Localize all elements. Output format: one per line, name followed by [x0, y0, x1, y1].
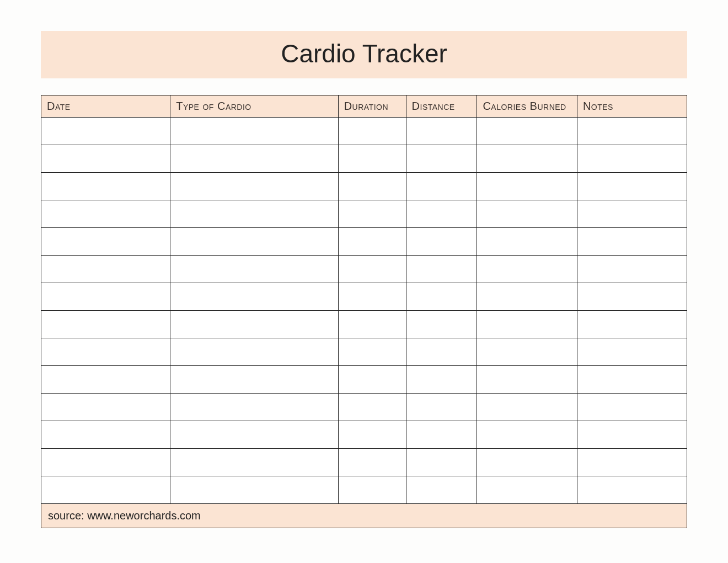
table-body	[41, 118, 687, 504]
cell-calories[interactable]	[477, 476, 577, 504]
cell-notes[interactable]	[577, 311, 687, 338]
cell-date[interactable]	[41, 476, 170, 504]
cell-date[interactable]	[41, 256, 170, 283]
page-title: Cardio Tracker	[41, 39, 687, 68]
cell-duration[interactable]	[338, 228, 406, 256]
cell-duration[interactable]	[338, 311, 406, 338]
cell-duration[interactable]	[338, 421, 406, 449]
cell-type[interactable]	[170, 394, 338, 421]
cell-notes[interactable]	[577, 449, 687, 476]
cell-calories[interactable]	[477, 200, 577, 228]
cell-date[interactable]	[41, 200, 170, 228]
cell-notes[interactable]	[577, 200, 687, 228]
cell-duration[interactable]	[338, 283, 406, 311]
table-row	[41, 118, 687, 145]
cell-distance[interactable]	[406, 311, 477, 338]
cell-distance[interactable]	[406, 449, 477, 476]
cell-date[interactable]	[41, 173, 170, 200]
cell-distance[interactable]	[406, 421, 477, 449]
cell-type[interactable]	[170, 228, 338, 256]
cell-duration[interactable]	[338, 338, 406, 366]
cell-notes[interactable]	[577, 173, 687, 200]
cell-notes[interactable]	[577, 338, 687, 366]
cell-duration[interactable]	[338, 394, 406, 421]
cell-distance[interactable]	[406, 118, 477, 145]
cell-calories[interactable]	[477, 256, 577, 283]
cell-date[interactable]	[41, 449, 170, 476]
cell-duration[interactable]	[338, 145, 406, 173]
cell-distance[interactable]	[406, 200, 477, 228]
cell-distance[interactable]	[406, 394, 477, 421]
col-header-date: Date	[41, 95, 170, 118]
cell-calories[interactable]	[477, 338, 577, 366]
cell-calories[interactable]	[477, 394, 577, 421]
cell-type[interactable]	[170, 200, 338, 228]
cell-type[interactable]	[170, 283, 338, 311]
table-row	[41, 338, 687, 366]
cell-calories[interactable]	[477, 449, 577, 476]
cell-distance[interactable]	[406, 366, 477, 394]
cell-date[interactable]	[41, 118, 170, 145]
cell-notes[interactable]	[577, 118, 687, 145]
cell-distance[interactable]	[406, 145, 477, 173]
cell-notes[interactable]	[577, 228, 687, 256]
cell-calories[interactable]	[477, 366, 577, 394]
cell-calories[interactable]	[477, 311, 577, 338]
cell-duration[interactable]	[338, 200, 406, 228]
cell-notes[interactable]	[577, 145, 687, 173]
title-bar: Cardio Tracker	[41, 31, 687, 78]
cell-date[interactable]	[41, 145, 170, 173]
cell-type[interactable]	[170, 449, 338, 476]
cell-type[interactable]	[170, 421, 338, 449]
cell-type[interactable]	[170, 476, 338, 504]
cell-type[interactable]	[170, 338, 338, 366]
cell-calories[interactable]	[477, 228, 577, 256]
table-row	[41, 145, 687, 173]
cell-date[interactable]	[41, 394, 170, 421]
table-row	[41, 449, 687, 476]
cell-distance[interactable]	[406, 338, 477, 366]
cell-calories[interactable]	[477, 118, 577, 145]
cell-calories[interactable]	[477, 145, 577, 173]
table-row	[41, 311, 687, 338]
cell-duration[interactable]	[338, 118, 406, 145]
cell-notes[interactable]	[577, 394, 687, 421]
cell-distance[interactable]	[406, 228, 477, 256]
cell-calories[interactable]	[477, 421, 577, 449]
cell-type[interactable]	[170, 366, 338, 394]
cell-calories[interactable]	[477, 173, 577, 200]
table-row	[41, 366, 687, 394]
cell-notes[interactable]	[577, 283, 687, 311]
cell-distance[interactable]	[406, 256, 477, 283]
cell-type[interactable]	[170, 118, 338, 145]
cell-distance[interactable]	[406, 476, 477, 504]
cell-duration[interactable]	[338, 256, 406, 283]
cell-date[interactable]	[41, 228, 170, 256]
cell-type[interactable]	[170, 173, 338, 200]
cell-notes[interactable]	[577, 421, 687, 449]
cell-distance[interactable]	[406, 173, 477, 200]
cell-date[interactable]	[41, 421, 170, 449]
cell-distance[interactable]	[406, 283, 477, 311]
cell-calories[interactable]	[477, 283, 577, 311]
cell-duration[interactable]	[338, 449, 406, 476]
cell-duration[interactable]	[338, 476, 406, 504]
cell-notes[interactable]	[577, 476, 687, 504]
cell-date[interactable]	[41, 338, 170, 366]
cell-type[interactable]	[170, 311, 338, 338]
cell-date[interactable]	[41, 311, 170, 338]
table-row	[41, 228, 687, 256]
table-footer-row: source: www.neworchards.com	[41, 504, 687, 528]
cell-duration[interactable]	[338, 173, 406, 200]
cell-duration[interactable]	[338, 366, 406, 394]
cell-notes[interactable]	[577, 366, 687, 394]
cell-type[interactable]	[170, 256, 338, 283]
table-header-row: Date Type of Cardio Duration Distance Ca…	[41, 95, 687, 118]
cell-date[interactable]	[41, 283, 170, 311]
table-row	[41, 173, 687, 200]
cell-date[interactable]	[41, 366, 170, 394]
cell-notes[interactable]	[577, 256, 687, 283]
col-header-calories: Calories Burned	[477, 95, 577, 118]
cell-type[interactable]	[170, 145, 338, 173]
table-row	[41, 200, 687, 228]
